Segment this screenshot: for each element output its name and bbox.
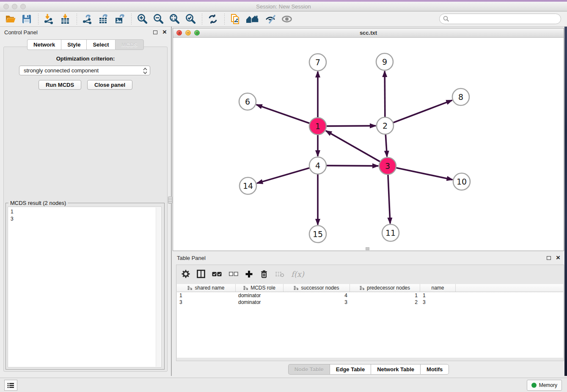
zoom-fit-icon[interactable] bbox=[168, 13, 181, 25]
split-divider-handle[interactable] bbox=[168, 196, 172, 204]
cell-shared-name[interactable]: 1 bbox=[177, 293, 236, 298]
close-panel-button[interactable]: Close panel bbox=[87, 80, 132, 90]
cell-name[interactable]: 1 bbox=[420, 293, 456, 298]
close-window-icon[interactable] bbox=[3, 4, 9, 9]
cell-successor-nodes[interactable]: 3 bbox=[284, 299, 350, 305]
clone-network-icon[interactable] bbox=[229, 13, 242, 25]
show-column-panel-icon[interactable] bbox=[197, 270, 205, 278]
open-session-icon[interactable] bbox=[4, 13, 17, 25]
network-hscrollbar-thumb[interactable] bbox=[366, 247, 369, 250]
show-all-icon[interactable] bbox=[281, 13, 293, 25]
graph-edge-4-3[interactable] bbox=[326, 166, 378, 166]
graph-edge-1-6[interactable] bbox=[256, 105, 310, 123]
unselect-all-columns-icon[interactable] bbox=[229, 271, 238, 276]
cell-predecessor-nodes[interactable]: 1 bbox=[350, 293, 420, 298]
cell-successor-nodes[interactable]: 4 bbox=[284, 293, 350, 298]
search-input[interactable] bbox=[439, 14, 561, 24]
save-session-icon[interactable] bbox=[20, 13, 33, 25]
column-header-shared-name[interactable]: shared name bbox=[177, 284, 236, 292]
zoom-selected-icon[interactable] bbox=[184, 13, 197, 25]
result-scrollbar[interactable] bbox=[156, 207, 161, 367]
delete-table-icon[interactable] bbox=[275, 271, 284, 277]
zoom-window-icon[interactable] bbox=[20, 4, 26, 9]
network-close-icon[interactable]: x bbox=[176, 30, 182, 36]
column-header-name[interactable]: name bbox=[420, 284, 456, 292]
network-minimize-icon[interactable]: − bbox=[185, 30, 191, 36]
float-table-panel-icon[interactable] bbox=[547, 256, 551, 260]
graph-edge-1-2[interactable] bbox=[326, 126, 376, 126]
tab-network[interactable]: Network bbox=[27, 39, 61, 50]
attribute-icon bbox=[187, 286, 193, 290]
refresh-icon[interactable] bbox=[206, 13, 219, 25]
graph-node-label-4: 4 bbox=[315, 161, 320, 170]
graph-edge-2-3[interactable] bbox=[385, 134, 387, 157]
graph-edge-4-14[interactable] bbox=[257, 168, 310, 183]
graph-edge-2-9[interactable] bbox=[385, 71, 385, 118]
cell-mcds-role[interactable]: dominator bbox=[236, 299, 284, 305]
mcds-panel: Optimization criterion: strongly connect… bbox=[3, 47, 168, 372]
graph-node-label-10: 10 bbox=[457, 177, 467, 186]
cell-predecessor-nodes[interactable]: 2 bbox=[350, 299, 420, 305]
app-titlebar: Session: New Session bbox=[0, 2, 567, 11]
network-maximize-icon[interactable]: + bbox=[194, 30, 200, 36]
tab-select[interactable]: Select bbox=[86, 39, 115, 50]
export-network-icon[interactable] bbox=[81, 13, 94, 25]
graph-node-label-11: 11 bbox=[385, 228, 396, 237]
tab-motifs[interactable]: Motifs bbox=[420, 364, 449, 375]
first-neighbors-icon[interactable] bbox=[245, 13, 261, 25]
create-column-icon[interactable] bbox=[245, 270, 253, 278]
float-panel-icon[interactable] bbox=[153, 30, 157, 34]
network-window-titlebar[interactable]: x − + scc.txt bbox=[173, 28, 564, 38]
column-header-mcds-role[interactable]: MCDS role bbox=[236, 284, 284, 292]
function-builder-icon[interactable]: f(x) bbox=[291, 270, 304, 279]
criterion-select[interactable]: strongly connected component bbox=[19, 66, 150, 75]
mcds-result-list[interactable]: 1 3 bbox=[8, 207, 162, 367]
cell-mcds-role[interactable]: dominator bbox=[236, 293, 284, 298]
column-header-predecessor-nodes[interactable]: predecessor nodes bbox=[350, 284, 420, 292]
attribute-icon bbox=[294, 286, 299, 290]
select-all-columns-icon[interactable] bbox=[212, 271, 222, 277]
import-table-icon[interactable] bbox=[59, 13, 72, 25]
toolbar-separator bbox=[202, 14, 202, 25]
network-canvas[interactable]: 7968124314101511 bbox=[173, 38, 564, 251]
search-icon bbox=[443, 16, 449, 22]
minimize-window-icon[interactable] bbox=[12, 4, 17, 9]
cell-name[interactable]: 3 bbox=[420, 299, 456, 305]
close-panel-icon[interactable]: × bbox=[162, 30, 167, 34]
attribute-icon bbox=[360, 286, 365, 290]
optimization-criterion-label: Optimization criterion: bbox=[4, 55, 167, 62]
node-table[interactable]: shared name MCDS role successor nodes pr… bbox=[177, 284, 563, 358]
export-image-icon[interactable] bbox=[113, 13, 126, 25]
export-table-icon[interactable] bbox=[97, 13, 110, 25]
graph-edge-3-1[interactable] bbox=[326, 131, 380, 162]
tab-node-table[interactable]: Node Table bbox=[288, 364, 330, 375]
result-line: 1 bbox=[11, 208, 161, 215]
node-table-container: f(x) shared name MCDS role successor nod… bbox=[176, 265, 564, 361]
graph-edge-3-10[interactable] bbox=[396, 168, 453, 180]
task-history-button[interactable] bbox=[4, 380, 17, 391]
zoom-out-icon[interactable] bbox=[152, 13, 165, 25]
table-settings-gear-icon[interactable] bbox=[182, 270, 190, 278]
mcds-result-group: MCDS result (2 nodes) 1 3 bbox=[6, 203, 165, 370]
delete-column-icon[interactable] bbox=[260, 270, 268, 278]
run-mcds-button[interactable]: Run MCDS bbox=[39, 80, 81, 90]
graph-edge-2-8[interactable] bbox=[393, 100, 452, 123]
close-table-panel-icon[interactable]: × bbox=[556, 256, 560, 260]
tab-mcds[interactable]: MCDS bbox=[115, 39, 144, 50]
tab-network-table[interactable]: Network Table bbox=[371, 364, 420, 375]
column-header-successor-nodes[interactable]: successor nodes bbox=[284, 284, 350, 292]
network-graph[interactable]: 7968124314101511 bbox=[173, 38, 564, 251]
tab-style[interactable]: Style bbox=[61, 39, 86, 50]
network-view-window: x − + scc.txt 7968124314101511 bbox=[173, 28, 564, 251]
window-controls-inactive[interactable] bbox=[3, 4, 26, 9]
hide-selected-icon[interactable] bbox=[264, 13, 277, 25]
memory-button[interactable]: Memory bbox=[527, 380, 562, 391]
table-row[interactable]: 3 dominator 3 2 3 bbox=[177, 299, 563, 306]
tab-edge-table[interactable]: Edge Table bbox=[330, 364, 371, 375]
zoom-in-icon[interactable] bbox=[136, 13, 149, 25]
import-network-icon[interactable] bbox=[43, 13, 55, 25]
table-row[interactable]: 1 dominator 4 1 1 bbox=[177, 292, 563, 299]
cell-shared-name[interactable]: 3 bbox=[177, 299, 236, 305]
toolbar-separator bbox=[38, 14, 39, 25]
graph-edge-3-11[interactable] bbox=[388, 174, 390, 224]
